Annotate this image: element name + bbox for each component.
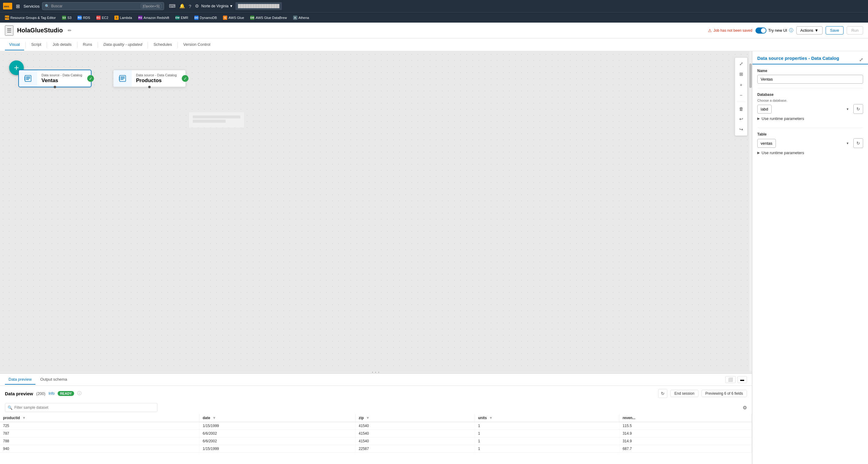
cell-units: 1 bbox=[475, 422, 619, 430]
col-reven[interactable]: reven... bbox=[619, 414, 752, 422]
account-selector[interactable]: ████████████████ bbox=[236, 2, 282, 10]
col-zip-sort[interactable]: ▼ bbox=[366, 416, 370, 420]
rp-database-refresh-button[interactable]: ↻ bbox=[854, 104, 863, 114]
dp-info-link[interactable]: Info bbox=[49, 392, 55, 396]
cell-zip: 41540 bbox=[355, 430, 475, 437]
bookmark-dynamodb-label: DynamoDB bbox=[200, 16, 217, 20]
run-button[interactable]: Run bbox=[847, 26, 863, 34]
bookmark-databrew[interactable]: DB AWS Glue DataBrew bbox=[248, 14, 289, 21]
cell-zip: 22587 bbox=[355, 445, 475, 453]
bookmark-ec2[interactable]: EC EC2 bbox=[94, 14, 111, 21]
bookmark-redshift[interactable]: RS Amazon Redshift bbox=[136, 14, 172, 21]
column-settings-icon[interactable]: ⚙ bbox=[743, 405, 747, 411]
right-panel: Data source properties - Data Catalog ⤢ … bbox=[752, 51, 868, 464]
tab-visual[interactable]: Visual bbox=[5, 39, 24, 50]
rp-table-refresh-button[interactable]: ↻ bbox=[854, 138, 863, 148]
delete-tool-button[interactable]: 🗑 bbox=[737, 105, 745, 113]
dp-count: (200) bbox=[36, 392, 45, 396]
settings-icon[interactable]: ⚙ bbox=[195, 3, 199, 9]
bookmark-glue[interactable]: G AWS Glue bbox=[220, 14, 246, 21]
rp-name-label: Name bbox=[757, 69, 863, 73]
actions-button[interactable]: Actions ▼ bbox=[796, 26, 823, 34]
search-bar[interactable]: 🔍 Buscar [Opción+S] bbox=[42, 2, 164, 10]
bookmark-rds[interactable]: RD RDS bbox=[75, 14, 92, 21]
dp-info-icon[interactable]: ⓘ bbox=[77, 391, 82, 396]
col-zip[interactable]: zip ▼ bbox=[355, 414, 475, 422]
share-tool-button[interactable]: ⤢ bbox=[737, 60, 745, 68]
edit-title-icon[interactable]: ✏ bbox=[68, 28, 72, 33]
dp-refresh-button[interactable]: ↻ bbox=[658, 389, 667, 398]
bell-icon[interactable]: 🔔 bbox=[179, 3, 185, 9]
tab-divider-4 bbox=[98, 42, 98, 48]
bookmark-lambda[interactable]: λ Lambda bbox=[112, 14, 134, 21]
rp-runtime-params-1[interactable]: ▶ Use runtime parameters bbox=[757, 114, 863, 123]
bookmark-resource-groups[interactable]: RG Resource Groups & Tag Editor bbox=[2, 14, 58, 21]
vertical-scrollbar-thumb[interactable] bbox=[749, 63, 752, 88]
bookmark-athena[interactable]: A Athena bbox=[291, 14, 312, 21]
help-icon[interactable]: ? bbox=[189, 4, 191, 9]
tab-job-details[interactable]: Job details bbox=[48, 39, 75, 50]
vertical-scrollbar[interactable] bbox=[749, 51, 752, 371]
dp-end-session-button[interactable]: End session bbox=[670, 390, 698, 397]
data-catalog-icon-1 bbox=[24, 74, 32, 83]
rp-database-select[interactable]: iabd bbox=[757, 105, 772, 114]
cell-zip: 41540 bbox=[355, 437, 475, 445]
rp-name-input[interactable] bbox=[757, 75, 863, 84]
cell-date: 6/6/2002 bbox=[199, 430, 355, 437]
databrew-icon: DB bbox=[250, 16, 254, 20]
col-date[interactable]: date ▼ bbox=[199, 414, 355, 422]
grid-menu-icon[interactable]: ⊞ bbox=[14, 2, 21, 10]
col-date-sort[interactable]: ▼ bbox=[212, 416, 216, 420]
region-selector[interactable]: Norte de Virginia ▼ bbox=[201, 4, 233, 8]
bottom-tab-data-preview[interactable]: Data preview bbox=[5, 375, 35, 385]
bookmark-athena-label: Athena bbox=[299, 16, 309, 20]
dynamodb-icon: DD bbox=[194, 16, 198, 20]
svg-text:aws: aws bbox=[4, 5, 9, 8]
node-ventas[interactable]: Data source - Data Catalog Ventas ✓ bbox=[18, 69, 92, 87]
rp-runtime-params-2[interactable]: ▶ Use runtime parameters bbox=[757, 148, 863, 157]
bookmark-lambda-label: Lambda bbox=[120, 16, 132, 20]
zoom-out-button[interactable]: − bbox=[737, 91, 745, 99]
resource-groups-icon: RG bbox=[5, 16, 9, 20]
save-button[interactable]: Save bbox=[826, 26, 844, 34]
data-table-wrap[interactable]: productid ▼ date ▼ zip ▼ bbox=[0, 414, 752, 464]
col-units-sort[interactable]: ▼ bbox=[489, 416, 493, 420]
tab-data-quality[interactable]: Data quality - updated bbox=[99, 39, 146, 50]
terminal-icon[interactable]: ⌨ bbox=[169, 3, 176, 9]
canvas-area[interactable]: + Data source - Data Catalog Ventas bbox=[0, 51, 752, 371]
sidebar-toggle-button[interactable]: ☰ bbox=[5, 25, 13, 36]
filter-input-wrap[interactable]: 🔍 bbox=[5, 403, 157, 412]
tab-schedules[interactable]: Schedules bbox=[149, 39, 176, 50]
rp-table-select[interactable]: ventas bbox=[757, 139, 776, 148]
zoom-in-button[interactable]: + bbox=[737, 80, 745, 89]
node-productos[interactable]: Data source - Data Catalog Productos ✓ bbox=[113, 69, 186, 87]
expand-panel-icon[interactable]: ⤢ bbox=[859, 57, 863, 63]
tab-runs[interactable]: Runs bbox=[79, 39, 96, 50]
redo-button[interactable]: ↪ bbox=[737, 125, 745, 134]
cell-zip: 41540 bbox=[355, 422, 475, 430]
bookmark-dynamodb[interactable]: DD DynamoDB bbox=[192, 14, 219, 21]
try-new-ui-toggle[interactable]: Try new UI ⓘ bbox=[755, 27, 793, 34]
panel-full-view-button[interactable]: ▬ bbox=[738, 376, 747, 383]
undo-button[interactable]: ↩ bbox=[737, 115, 745, 123]
dp-previewing-button[interactable]: Previewing 6 of 6 fields bbox=[702, 390, 747, 397]
services-menu[interactable]: Servicios bbox=[24, 4, 40, 8]
col-productid[interactable]: productid ▼ bbox=[0, 414, 199, 422]
emr-icon: EM bbox=[175, 16, 180, 20]
tab-script[interactable]: Script bbox=[27, 39, 45, 50]
fit-tool-button[interactable]: ⊞ bbox=[737, 70, 745, 79]
bookmark-rds-label: RDS bbox=[83, 16, 90, 20]
col-productid-sort[interactable]: ▼ bbox=[22, 416, 26, 420]
toggle-switch[interactable] bbox=[755, 27, 767, 34]
bookmark-emr[interactable]: EM EMR bbox=[173, 14, 191, 21]
info-icon[interactable]: ⓘ bbox=[789, 28, 793, 33]
tab-version-control[interactable]: Version Control bbox=[179, 39, 215, 50]
bottom-tab-output-schema[interactable]: Output schema bbox=[37, 375, 71, 385]
bookmark-s3[interactable]: S3 S3 bbox=[60, 14, 74, 21]
panel-split-view-button[interactable]: ⬜ bbox=[725, 376, 736, 383]
filter-input[interactable] bbox=[14, 405, 155, 410]
col-units[interactable]: units ▼ bbox=[475, 414, 619, 422]
col-date-label: date bbox=[203, 416, 210, 420]
node-productos-check: ✓ bbox=[182, 75, 188, 82]
rp-database-select-wrap: iabd bbox=[757, 105, 851, 114]
